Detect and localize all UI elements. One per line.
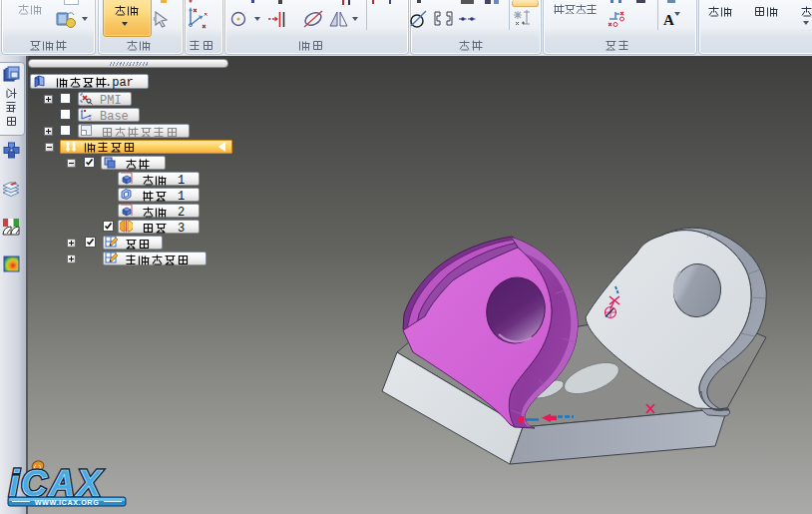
svg-text:WWW.ICAX.ORG: WWW.ICAX.ORG [35,498,100,507]
